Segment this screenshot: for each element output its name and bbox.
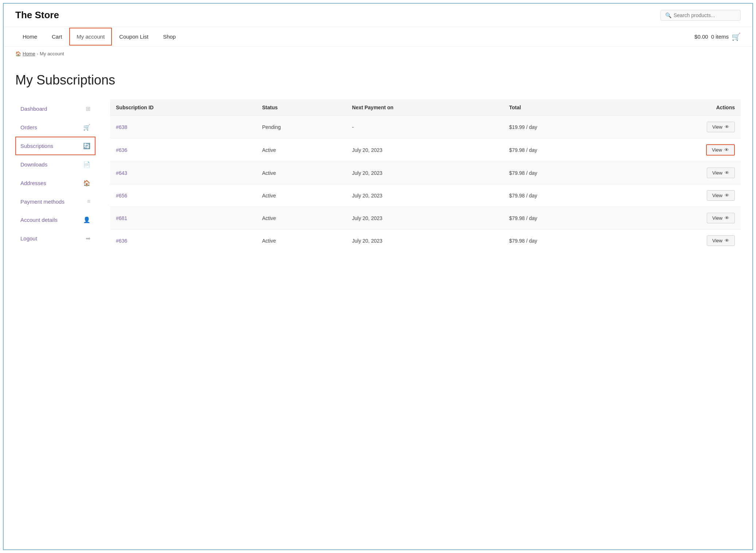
subscription-total: $79.98 / day bbox=[503, 184, 621, 207]
sidebar-label-subscriptions: Subscriptions bbox=[20, 143, 53, 149]
site-nav: Home Cart My account Coupon List Shop $0… bbox=[4, 27, 752, 47]
sidebar-item-payment[interactable]: Payment methods ≡ bbox=[15, 192, 96, 211]
subscription-actions: View 👁 bbox=[621, 230, 741, 252]
table-row: #636ActiveJuly 20, 2023$79.98 / dayView … bbox=[110, 138, 741, 162]
payment-icon: ≡ bbox=[87, 198, 90, 205]
logout-icon: ➡ bbox=[86, 235, 90, 242]
sidebar-label-addresses: Addresses bbox=[20, 180, 46, 186]
eye-icon: 👁 bbox=[725, 124, 729, 130]
view-label: View bbox=[712, 193, 722, 198]
eye-icon: 👁 bbox=[725, 238, 729, 243]
cart-icon[interactable]: 🛒 bbox=[732, 32, 741, 41]
view-subscription-button[interactable]: View 👁 bbox=[707, 122, 735, 132]
eye-icon: 👁 bbox=[725, 193, 729, 198]
subscription-next-payment: July 20, 2023 bbox=[346, 162, 503, 184]
eye-icon: 👁 bbox=[725, 215, 729, 221]
cart-total: $0.00 bbox=[694, 34, 708, 40]
view-label: View bbox=[712, 238, 722, 243]
nav-cart: $0.00 0 items 🛒 bbox=[694, 32, 741, 41]
nav-item-shop[interactable]: Shop bbox=[156, 27, 183, 46]
col-header-status: Status bbox=[256, 99, 346, 116]
search-input[interactable] bbox=[674, 12, 736, 18]
view-subscription-button[interactable]: View 👁 bbox=[706, 144, 735, 156]
subscription-actions: View 👁 bbox=[621, 138, 741, 162]
subscription-actions: View 👁 bbox=[621, 207, 741, 230]
subscription-status: Active bbox=[256, 162, 346, 184]
site-logo: The Store bbox=[15, 9, 59, 21]
sidebar-item-account[interactable]: Account details 👤 bbox=[15, 211, 96, 229]
view-subscription-button[interactable]: View 👁 bbox=[707, 190, 735, 201]
table-header-row: Subscription ID Status Next Payment on T… bbox=[110, 99, 741, 116]
subscription-next-payment: July 20, 2023 bbox=[346, 230, 503, 252]
subscription-actions: View 👁 bbox=[621, 184, 741, 207]
view-label: View bbox=[712, 147, 722, 153]
sidebar-item-dashboard[interactable]: Dashboard ⊞ bbox=[15, 99, 96, 118]
sidebar-item-logout[interactable]: Logout ➡ bbox=[15, 229, 96, 248]
subscription-id-link[interactable]: #643 bbox=[116, 170, 127, 176]
nav-item-myaccount[interactable]: My account bbox=[69, 28, 112, 46]
subscriptions-data-table: Subscription ID Status Next Payment on T… bbox=[110, 99, 741, 252]
search-box: 🔍 bbox=[660, 10, 741, 21]
subscription-status: Active bbox=[256, 207, 346, 230]
subscription-status: Active bbox=[256, 138, 346, 162]
table-row: #681ActiveJuly 20, 2023$79.98 / dayView … bbox=[110, 207, 741, 230]
sidebar-item-downloads[interactable]: Downloads 📄 bbox=[15, 155, 96, 174]
addresses-icon: 🏠 bbox=[83, 180, 90, 187]
sidebar-item-orders[interactable]: Orders 🛒 bbox=[15, 118, 96, 137]
subscription-total: $19.99 / day bbox=[503, 116, 621, 138]
nav-item-cart[interactable]: Cart bbox=[44, 27, 69, 46]
eye-icon: 👁 bbox=[725, 170, 729, 176]
page-wrapper: The Store 🔍 Home Cart My account Coupon … bbox=[3, 3, 753, 550]
subscriptions-icon: 🔄 bbox=[83, 142, 90, 149]
col-header-total: Total bbox=[503, 99, 621, 116]
col-header-actions: Actions bbox=[621, 99, 741, 116]
nav-item-couponlist[interactable]: Coupon List bbox=[112, 27, 156, 46]
table-row: #656ActiveJuly 20, 2023$79.98 / dayView … bbox=[110, 184, 741, 207]
subscription-next-payment: - bbox=[346, 116, 503, 138]
breadcrumb-home-link[interactable]: Home bbox=[23, 51, 35, 56]
view-subscription-button[interactable]: View 👁 bbox=[707, 235, 735, 246]
subscription-id-link[interactable]: #636 bbox=[116, 147, 127, 153]
sidebar: Dashboard ⊞ Orders 🛒 Subscriptions 🔄 Dow… bbox=[15, 99, 96, 252]
account-icon: 👤 bbox=[83, 216, 90, 223]
view-subscription-button[interactable]: View 👁 bbox=[707, 168, 735, 178]
subscription-actions: View 👁 bbox=[621, 162, 741, 184]
content-layout: Dashboard ⊞ Orders 🛒 Subscriptions 🔄 Dow… bbox=[15, 99, 741, 252]
cart-items-count: 0 items bbox=[711, 34, 729, 40]
subscription-total: $79.98 / day bbox=[503, 207, 621, 230]
subscription-next-payment: July 20, 2023 bbox=[346, 184, 503, 207]
view-subscription-button[interactable]: View 👁 bbox=[707, 213, 735, 223]
subscription-id-link[interactable]: #656 bbox=[116, 193, 127, 199]
subscription-actions: View 👁 bbox=[621, 116, 741, 138]
breadcrumb: 🏠 Home › My account bbox=[4, 47, 752, 61]
sidebar-item-subscriptions[interactable]: Subscriptions 🔄 bbox=[15, 137, 96, 155]
subscription-id-link[interactable]: #681 bbox=[116, 215, 127, 221]
subscription-next-payment: July 20, 2023 bbox=[346, 138, 503, 162]
subscription-total: $79.98 / day bbox=[503, 162, 621, 184]
subscription-id-link[interactable]: #638 bbox=[116, 124, 127, 130]
breadcrumb-current: My account bbox=[40, 51, 64, 56]
eye-icon: 👁 bbox=[724, 147, 729, 153]
view-label: View bbox=[712, 170, 722, 176]
nav-item-home[interactable]: Home bbox=[15, 27, 44, 46]
col-header-id: Subscription ID bbox=[110, 99, 256, 116]
nav-left: Home Cart My account Coupon List Shop bbox=[15, 27, 694, 46]
subscription-total: $79.98 / day bbox=[503, 230, 621, 252]
subscriptions-table: Subscription ID Status Next Payment on T… bbox=[110, 99, 741, 252]
downloads-icon: 📄 bbox=[83, 161, 90, 168]
breadcrumb-separator: › bbox=[37, 51, 38, 56]
view-label: View bbox=[712, 124, 722, 130]
sidebar-label-downloads: Downloads bbox=[20, 161, 47, 168]
sidebar-label-logout: Logout bbox=[20, 235, 37, 242]
subscription-status: Active bbox=[256, 230, 346, 252]
col-header-next-payment: Next Payment on bbox=[346, 99, 503, 116]
site-header: The Store 🔍 bbox=[4, 4, 752, 27]
subscription-status: Active bbox=[256, 184, 346, 207]
page-title: My Subscriptions bbox=[15, 72, 741, 88]
subscription-id-link[interactable]: #636 bbox=[116, 238, 127, 244]
subscription-next-payment: July 20, 2023 bbox=[346, 207, 503, 230]
table-row: #638Pending-$19.99 / dayView 👁 bbox=[110, 116, 741, 138]
sidebar-item-addresses[interactable]: Addresses 🏠 bbox=[15, 174, 96, 192]
sidebar-label-dashboard: Dashboard bbox=[20, 106, 47, 112]
sidebar-label-payment: Payment methods bbox=[20, 199, 65, 205]
